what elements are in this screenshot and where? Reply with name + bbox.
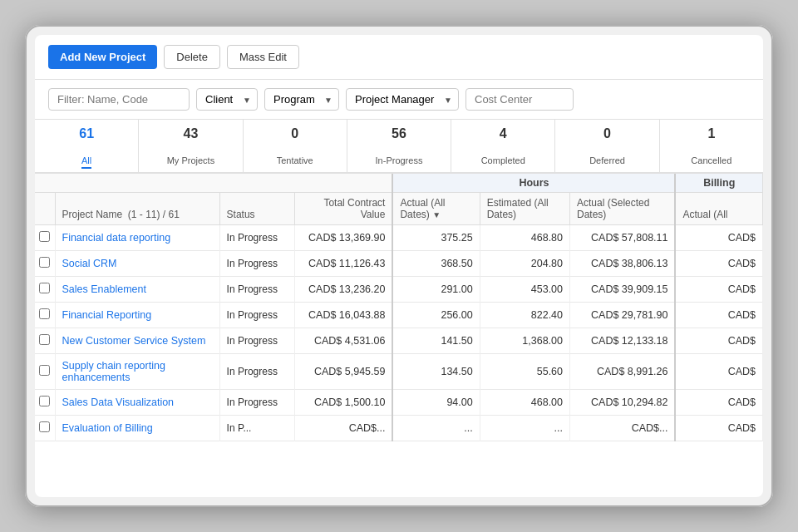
tcv-cell: CAD$ 5,945.59 bbox=[294, 354, 392, 390]
billing-actual-selected-cell: CAD$ 8,991.26 bbox=[570, 354, 676, 390]
project-link[interactable]: Supply chain reporting enhancements bbox=[62, 360, 165, 383]
summary-item-cancelled[interactable]: 1Cancelled bbox=[660, 120, 763, 172]
project-name-cell: Evaluation of Billing bbox=[55, 416, 219, 441]
tcv-cell: CAD$ 16,043.88 bbox=[294, 303, 392, 328]
summary-item-completed[interactable]: 4Completed bbox=[451, 120, 555, 172]
billing-actual-selected-cell: CAD$ 29,781.90 bbox=[570, 303, 676, 328]
project-name-cell: Financial data reporting bbox=[55, 225, 219, 251]
tcv-cell: CAD$... bbox=[294, 416, 392, 441]
project-name-cell: Sales Data Visualization bbox=[55, 390, 219, 416]
row-checkbox[interactable] bbox=[39, 421, 50, 432]
status-cell: In Progress bbox=[219, 225, 294, 251]
hours-actual-cell: 256.00 bbox=[392, 303, 480, 328]
project-manager-select[interactable]: Project Manager bbox=[346, 88, 459, 111]
summary-label: Tentative bbox=[277, 155, 313, 165]
billing-actual-selected-cell: CAD$ 12,133.18 bbox=[570, 328, 676, 354]
table-row: Financial ReportingIn ProgressCAD$ 16,04… bbox=[35, 303, 763, 328]
hours-billing-actual-header[interactable]: Actual (Selected Dates) bbox=[570, 193, 676, 225]
hours-actual-cell: 94.00 bbox=[392, 390, 480, 416]
summary-count: 61 bbox=[38, 126, 135, 141]
summary-count: 43 bbox=[142, 126, 239, 141]
row-checkbox[interactable] bbox=[39, 365, 50, 376]
project-link[interactable]: Sales Enablement bbox=[62, 283, 146, 295]
summary-item-all[interactable]: 61All bbox=[35, 120, 139, 172]
billing-actual-all-cell: CAD$ bbox=[675, 328, 762, 354]
billing-group-header: Billing bbox=[675, 174, 762, 193]
project-name-cell: Supply chain reporting enhancements bbox=[55, 354, 219, 390]
table-row: Financial data reportingIn ProgressCAD$ … bbox=[35, 225, 763, 251]
summary-item-my-projects[interactable]: 43My Projects bbox=[139, 120, 243, 172]
hours-estimated-header[interactable]: Estimated (All Dates) bbox=[480, 193, 569, 225]
toolbar: Add New Project Delete Mass Edit bbox=[35, 35, 763, 80]
status-badge: In Progress bbox=[227, 283, 278, 295]
summary-bar: 61All43My Projects0Tentative56In-Progres… bbox=[35, 120, 763, 174]
billing-actual-selected-cell: CAD$... bbox=[570, 416, 676, 441]
row-checkbox[interactable] bbox=[39, 308, 50, 319]
row-checkbox[interactable] bbox=[39, 283, 50, 293]
tcv-cell: CAD$ 4,531.06 bbox=[294, 328, 392, 354]
project-link[interactable]: Sales Data Visualization bbox=[62, 397, 175, 408]
row-checkbox-cell bbox=[35, 251, 55, 277]
row-checkbox[interactable] bbox=[39, 231, 50, 242]
summary-item-in-progress[interactable]: 56In-Progress bbox=[347, 120, 451, 172]
billing-actual-selected-cell: CAD$ 39,909.15 bbox=[570, 277, 676, 303]
status-badge: In P... bbox=[227, 422, 252, 434]
project-link[interactable]: Evaluation of Billing bbox=[62, 422, 153, 434]
project-name-header[interactable]: Project Name (1 - 11) / 61 bbox=[55, 193, 219, 225]
tcv-cell: CAD$ 11,126.43 bbox=[294, 251, 392, 277]
status-badge: In Progress bbox=[227, 366, 278, 377]
billing-actual-all-header[interactable]: Actual (All bbox=[675, 193, 762, 225]
filter-name-input[interactable] bbox=[48, 88, 190, 111]
status-cell: In Progress bbox=[219, 390, 294, 416]
project-name-cell: Financial Reporting bbox=[55, 303, 219, 328]
tcv-cell: CAD$ 1,500.10 bbox=[294, 390, 392, 416]
status-badge: In Progress bbox=[227, 397, 278, 408]
row-checkbox[interactable] bbox=[39, 334, 50, 345]
row-checkbox-cell bbox=[35, 225, 55, 251]
summary-count: 4 bbox=[455, 126, 551, 141]
row-checkbox[interactable] bbox=[39, 396, 50, 406]
summary-label: All bbox=[81, 155, 91, 169]
billing-actual-selected-cell: CAD$ 57,808.11 bbox=[570, 225, 676, 251]
hours-estimated-cell: 822.40 bbox=[480, 303, 569, 328]
summary-item-deferred[interactable]: 0Deferred bbox=[555, 120, 659, 172]
status-header[interactable]: Status bbox=[219, 193, 294, 225]
status-cell: In Progress bbox=[219, 303, 294, 328]
tcv-header[interactable]: Total Contract Value bbox=[294, 193, 392, 225]
table-row: Sales EnablementIn ProgressCAD$ 13,236.2… bbox=[35, 277, 763, 303]
project-link[interactable]: New Customer Service System bbox=[62, 335, 206, 347]
table-container[interactable]: Hours Billing Project Name (1 - 11) / 61… bbox=[35, 174, 763, 497]
status-badge: In Progress bbox=[227, 258, 278, 269]
program-select[interactable]: Program bbox=[264, 88, 339, 111]
summary-label: In-Progress bbox=[376, 155, 423, 165]
table-column-headers: Project Name (1 - 11) / 61 Status Total … bbox=[35, 193, 763, 225]
row-checkbox-cell bbox=[35, 390, 55, 416]
sort-arrow: ▼ bbox=[432, 210, 441, 219]
status-badge: In Progress bbox=[227, 232, 278, 244]
project-name-cell: Sales Enablement bbox=[55, 277, 219, 303]
status-cell: In Progress bbox=[219, 354, 294, 390]
status-cell: In P... bbox=[219, 416, 294, 441]
client-select[interactable]: Client bbox=[196, 88, 258, 111]
summary-item-tentative[interactable]: 0Tentative bbox=[244, 120, 347, 172]
cost-center-input[interactable] bbox=[466, 88, 574, 111]
app-container: Add New Project Delete Mass Edit Client … bbox=[35, 35, 763, 497]
row-checkbox[interactable] bbox=[39, 257, 50, 268]
status-cell: In Progress bbox=[219, 328, 294, 354]
table-body: Financial data reportingIn ProgressCAD$ … bbox=[35, 225, 763, 441]
project-link[interactable]: Financial Reporting bbox=[62, 309, 152, 321]
hours-actual-cell: 291.00 bbox=[392, 277, 480, 303]
table-header-groups: Hours Billing bbox=[35, 174, 763, 193]
add-new-project-button[interactable]: Add New Project bbox=[48, 45, 157, 69]
hours-estimated-cell: 453.00 bbox=[480, 277, 569, 303]
table-row: New Customer Service SystemIn ProgressCA… bbox=[35, 328, 763, 354]
hours-actual-cell: 368.50 bbox=[392, 251, 480, 277]
mass-edit-button[interactable]: Mass Edit bbox=[227, 45, 299, 69]
hours-actual-cell: ... bbox=[392, 416, 480, 441]
project-link[interactable]: Social CRM bbox=[62, 258, 117, 269]
project-link[interactable]: Financial data reporting bbox=[62, 232, 171, 244]
delete-button[interactable]: Delete bbox=[164, 45, 220, 69]
tcv-cell: CAD$ 13,236.20 bbox=[294, 277, 392, 303]
hours-actual-header[interactable]: Actual (All Dates) ▼ bbox=[392, 193, 480, 225]
summary-count: 0 bbox=[247, 126, 343, 141]
